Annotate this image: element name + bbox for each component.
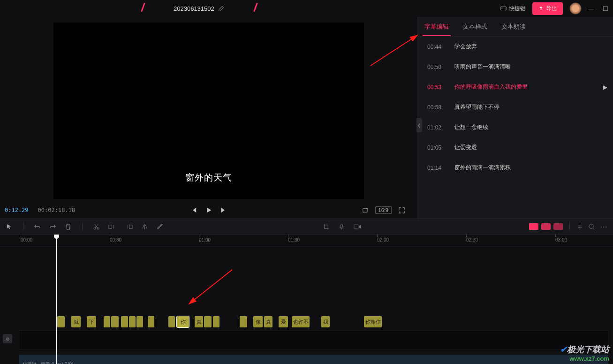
timeline-clip[interactable]: 我 <box>321 316 330 327</box>
svg-rect-5 <box>109 225 112 228</box>
zoom-icon[interactable] <box>588 223 595 230</box>
project-title[interactable]: 202306131502 <box>174 5 225 12</box>
timeline-clip[interactable]: 真 <box>264 316 272 327</box>
timeline-clip[interactable]: 真 <box>195 316 203 327</box>
maximize-button[interactable]: ☐ <box>603 5 608 12</box>
subtitle-panel: 字幕编辑 文本样式 文本朗读 00:44学会放弃 00:50听雨的声音一滴滴清晰… <box>417 17 613 219</box>
split-right-icon[interactable] <box>125 223 133 230</box>
decoration-slash <box>253 3 258 12</box>
main-area: 窗外的天气 0:12.29 00:02:18.18 16:9 ❮ 字幕编辑 文本… <box>0 17 613 219</box>
subtitle-text: 让爱变透 <box>454 144 477 152</box>
keyboard-icon <box>500 5 507 12</box>
undo-icon[interactable] <box>34 223 41 230</box>
crop-icon[interactable] <box>323 223 330 230</box>
subtitle-list[interactable]: 00:44学会放弃 00:50听雨的声音一滴滴清晰 00:53你的呼吸像雨滴血入… <box>418 37 613 205</box>
timeline-clip[interactable]: 也许不 <box>292 316 310 327</box>
mic-icon[interactable] <box>338 223 345 230</box>
project-name-text: 202306131502 <box>174 5 214 12</box>
loop-icon[interactable] <box>362 207 369 214</box>
minimize-button[interactable]: — <box>588 5 594 12</box>
subtitle-text: 窗外的雨滴一滴滴累积 <box>454 164 511 172</box>
edit-icon[interactable] <box>218 5 225 12</box>
timeline-clip[interactable]: 像 <box>253 316 263 327</box>
svg-line-10 <box>371 35 417 66</box>
mirror-icon[interactable] <box>141 223 148 230</box>
timeline-ruler[interactable]: 00:00 00:30 01:00 01:30 02:00 02:30 03:0… <box>0 235 613 247</box>
time-total: 00:02:18.18 <box>38 207 75 213</box>
play-icon[interactable]: ▶ <box>603 84 607 91</box>
timeline-clip[interactable]: 你相信 <box>364 316 382 327</box>
shortcut-label: 快捷键 <box>509 5 526 13</box>
playhead[interactable] <box>56 235 57 364</box>
timeline-clip[interactable] <box>111 316 119 327</box>
shortcut-button[interactable]: 快捷键 <box>500 5 526 13</box>
track-toggle-2[interactable] <box>541 223 551 230</box>
timeline-clip[interactable] <box>204 316 212 327</box>
next-frame-button[interactable] <box>220 207 227 213</box>
timeline-clip[interactable] <box>57 316 65 327</box>
timeline-clip[interactable] <box>213 316 219 327</box>
timeline-clip[interactable] <box>148 316 154 327</box>
redo-icon[interactable] <box>49 223 56 230</box>
subtitle-time: 01:05 <box>427 144 444 151</box>
ruler-tick: 01:30 <box>288 237 300 243</box>
subtitle-text: 听雨的声音一滴滴清晰 <box>454 63 511 71</box>
prev-frame-button[interactable] <box>190 207 197 213</box>
track-toggle-1[interactable] <box>529 223 538 230</box>
audio-track[interactable] <box>19 355 608 364</box>
pointer-icon[interactable] <box>6 223 13 230</box>
aspect-ratio[interactable]: 16:9 <box>375 206 392 214</box>
timeline-clip[interactable] <box>129 316 136 327</box>
svg-rect-7 <box>341 224 342 228</box>
track-toggle-3[interactable] <box>553 223 563 230</box>
tab-text-to-speech[interactable]: 文本朗读 <box>499 18 528 36</box>
timeline-clip[interactable] <box>168 316 175 327</box>
timeline-clip[interactable] <box>121 316 128 327</box>
subtitle-row[interactable]: 01:02让想一念继续 <box>418 117 613 137</box>
subtitle-text: 学会放弃 <box>454 43 477 51</box>
subtitle-text: 真希望雨能下不停 <box>454 103 499 111</box>
timeline-clip[interactable]: 爱 <box>279 316 288 327</box>
fullscreen-icon[interactable] <box>398 207 405 214</box>
ruler-tick: 00:30 <box>110 237 121 243</box>
subtitle-row[interactable]: 01:14窗外的雨滴一滴滴累积 <box>418 158 613 178</box>
ruler-tick: 00:00 <box>21 237 32 243</box>
timeline-clip[interactable]: 下 <box>87 316 96 327</box>
timeline-clip[interactable]: 就 <box>71 316 81 327</box>
track-lock-icon[interactable]: ⊘ <box>3 334 12 343</box>
subtitle-row[interactable]: 01:05让爱变透 <box>418 137 613 158</box>
subtitle-row[interactable]: 00:50听雨的声音一滴滴清晰 <box>418 57 613 77</box>
track-toggle-buttons[interactable] <box>529 223 563 230</box>
preview-panel: 窗外的天气 0:12.29 00:02:18.18 16:9 <box>0 17 417 219</box>
time-current: 0:12.29 <box>5 207 29 213</box>
more-icon[interactable]: ⋯ <box>600 222 607 231</box>
cut-icon[interactable] <box>93 223 100 230</box>
subtitle-track[interactable]: 就下你真像真爱也许不我你相信 <box>0 316 613 328</box>
blade-icon[interactable] <box>157 223 164 230</box>
export-icon <box>538 6 544 12</box>
video-track-empty[interactable] <box>19 330 608 350</box>
tab-text-style[interactable]: 文本样式 <box>461 18 489 36</box>
svg-point-9 <box>589 224 593 228</box>
split-left-icon[interactable] <box>108 223 116 230</box>
timeline[interactable]: 00:00 00:30 01:00 01:30 02:00 02:30 03:0… <box>0 235 613 364</box>
snap-icon[interactable] <box>576 223 583 230</box>
subtitle-row[interactable]: 00:44学会放弃 <box>418 37 613 57</box>
tab-subtitle-edit[interactable]: 字幕编辑 <box>423 18 451 36</box>
export-label: 导出 <box>546 5 557 13</box>
video-preview[interactable]: 窗外的天气 <box>53 23 364 199</box>
subtitle-row[interactable]: 00:53你的呼吸像雨滴血入我的爱里▶ <box>418 77 613 97</box>
subtitle-time: 00:44 <box>427 44 444 50</box>
timeline-clip[interactable] <box>104 316 110 327</box>
export-button[interactable]: 导出 <box>532 2 563 15</box>
play-button[interactable] <box>205 207 212 213</box>
timeline-clip[interactable] <box>136 316 143 327</box>
record-icon[interactable] <box>354 223 361 230</box>
avatar[interactable] <box>569 2 582 15</box>
subtitle-row[interactable]: 00:58真希望雨能下不停 <box>418 97 613 117</box>
timeline-clip[interactable] <box>240 316 247 327</box>
timeline-clip[interactable]: 你 <box>177 316 189 327</box>
panel-collapse-handle[interactable]: ❮ <box>416 118 422 132</box>
title-bar: 202306131502 快捷键 导出 — ☐ <box>0 0 613 17</box>
delete-icon[interactable] <box>65 223 72 230</box>
